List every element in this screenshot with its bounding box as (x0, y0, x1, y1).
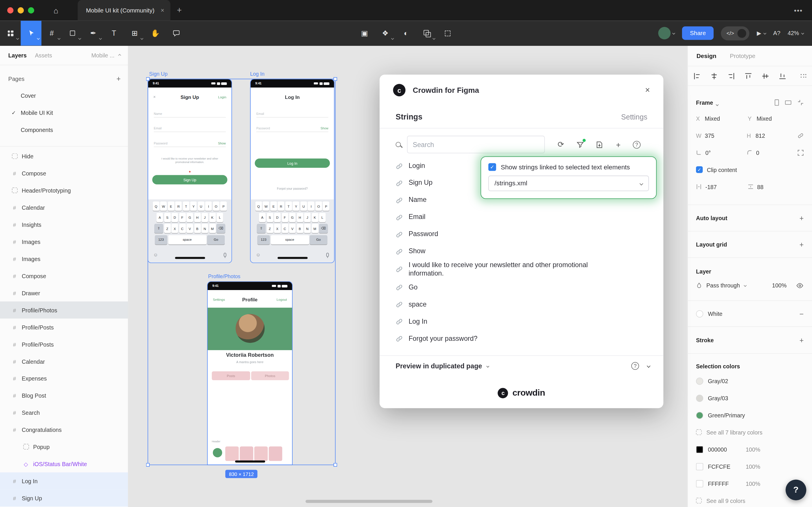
clip-content-row[interactable]: Clip content (696, 161, 804, 178)
help-fab-button[interactable]: ? (786, 480, 806, 500)
align-h-center-icon[interactable] (710, 72, 718, 80)
share-button[interactable]: Share (682, 26, 713, 40)
linked-strings-checkbox[interactable] (488, 163, 496, 171)
tab-assets[interactable]: Assets (35, 52, 52, 58)
use-as-mask-icon[interactable]: ◐ (396, 20, 416, 46)
new-tab-button[interactable]: + (171, 6, 188, 15)
fill-style-name[interactable]: White (708, 311, 722, 317)
resources-tool-button[interactable]: ⊞ (124, 20, 145, 46)
layer-row[interactable]: Images (0, 250, 128, 267)
home-icon[interactable]: ⌂ (47, 3, 65, 18)
add-stroke-button[interactable]: + (800, 336, 804, 344)
preview-label[interactable]: Preview in duplicated page (396, 362, 482, 370)
layer-row[interactable]: Calendar (0, 353, 128, 370)
layer-row[interactable]: Drawer (0, 284, 128, 301)
signup-frame[interactable]: 9:41 Sign Up × Login Name Email Password… (148, 78, 232, 263)
layer-row[interactable]: Insights (0, 216, 128, 233)
move-tool-button[interactable] (20, 20, 41, 46)
add-layout-grid-button[interactable]: + (800, 240, 804, 249)
blend-mode-select[interactable]: Pass through (706, 282, 740, 288)
width-field[interactable]: W375 (696, 132, 747, 138)
layer-row[interactable]: iOS/Status Bar/White (0, 455, 128, 472)
layer-row[interactable]: Popup (0, 438, 128, 455)
close-tab-icon[interactable]: × (161, 7, 164, 14)
rotation-field[interactable]: 0° (696, 149, 747, 156)
selection-handle[interactable] (146, 463, 150, 467)
layer-row[interactable]: Expenses (0, 370, 128, 387)
shrink-icon[interactable] (798, 100, 804, 106)
layer-opacity-field[interactable]: 100% (772, 282, 787, 288)
library-color-row[interactable]: Green/Primary (696, 407, 804, 424)
color-swatch[interactable] (696, 377, 703, 385)
help-icon[interactable]: ? (633, 141, 641, 149)
present-button[interactable]: ▶ (757, 30, 766, 37)
dev-mode-toggle[interactable]: </> (721, 26, 750, 40)
string-item[interactable]: Show (396, 243, 643, 260)
string-item[interactable]: Log In (396, 313, 643, 330)
filter-icon[interactable] (575, 140, 585, 149)
string-item[interactable]: Password (396, 226, 643, 243)
outline-stroke-icon[interactable] (437, 20, 458, 46)
frame-label-signup[interactable]: Sign Up (149, 71, 168, 77)
file-select[interactable]: /strings.xml (488, 175, 649, 191)
layer-row[interactable]: Blog Post (0, 387, 128, 404)
layer-row[interactable]: Congratulations (0, 421, 128, 438)
layer-row[interactable]: Compose (0, 267, 128, 284)
hex-color-row[interactable]: FCFCFE 100% (696, 458, 804, 475)
tab-settings[interactable]: Settings (621, 113, 647, 121)
add-string-icon[interactable]: + (614, 140, 623, 149)
close-plugin-icon[interactable]: × (645, 86, 650, 95)
missing-fonts-indicator[interactable]: A? (773, 30, 780, 36)
window-more-icon[interactable]: ••• (785, 6, 812, 14)
landscape-icon[interactable] (785, 100, 791, 104)
main-menu-icon[interactable] (0, 20, 20, 46)
see-library-colors-row[interactable]: See all 7 library colors (696, 424, 804, 441)
frame-label-login[interactable]: Log In (250, 71, 265, 77)
export-icon[interactable] (594, 140, 604, 149)
library-color-row[interactable]: Gray/02 (696, 373, 804, 390)
edit-object-icon[interactable]: ▣ (354, 20, 375, 46)
maximize-window-button[interactable] (28, 7, 34, 13)
add-auto-layout-button[interactable]: + (800, 214, 804, 222)
constrain-proportions-icon[interactable] (798, 132, 804, 138)
shape-tool-button[interactable] (62, 20, 83, 46)
comment-tool-button[interactable] (166, 20, 186, 46)
page-item[interactable]: Components (0, 121, 128, 138)
color-swatch[interactable] (696, 446, 703, 453)
page-item[interactable]: Mobile UI Kit (0, 104, 128, 121)
color-swatch[interactable] (696, 411, 703, 419)
tab-strings[interactable]: Strings (396, 112, 422, 121)
string-item[interactable]: Email (396, 209, 643, 226)
color-swatch[interactable] (696, 463, 703, 470)
account-menu[interactable] (658, 27, 675, 40)
layer-row[interactable]: Profile/Photos (0, 301, 128, 319)
preview-help-icon[interactable]: ? (631, 362, 639, 370)
remove-fill-button[interactable]: − (800, 309, 804, 318)
file-tab[interactable]: Mobile UI kit (Community) × (78, 0, 171, 20)
frame-label-profile[interactable]: Profile/Photos (208, 274, 240, 279)
frame-section-header[interactable]: Frame (696, 100, 713, 106)
offset-y-field[interactable]: 88 (748, 184, 800, 190)
layer-row[interactable]: Profile/Posts (0, 319, 128, 336)
page-item[interactable]: Cover (0, 87, 128, 104)
expand-preview-icon[interactable] (647, 364, 650, 368)
fill-swatch[interactable] (696, 310, 703, 317)
align-left-icon[interactable] (693, 72, 701, 80)
layer-row[interactable]: Compose (0, 165, 128, 182)
selection-handle[interactable] (334, 463, 337, 467)
library-color-row[interactable]: Gray/03 (696, 390, 804, 407)
layer-row[interactable]: Log In (0, 472, 128, 490)
create-component-icon[interactable]: ❖ (375, 20, 396, 46)
login-frame[interactable]: 9:41 Log In Email PasswordShow Log In Fo… (250, 78, 334, 263)
string-item[interactable]: Forgot your password? (396, 330, 643, 347)
layer-row[interactable]: Profile/Posts (0, 336, 128, 353)
layer-row[interactable]: Hide (0, 148, 128, 165)
color-swatch[interactable] (696, 394, 703, 402)
page-name-tab[interactable]: Mobile ... (91, 52, 121, 58)
tab-layers[interactable]: Layers (8, 52, 27, 58)
hex-color-row[interactable]: 000000 100% (696, 441, 804, 458)
align-bottom-icon[interactable] (778, 72, 787, 80)
visibility-eye-icon[interactable] (796, 282, 804, 289)
string-item[interactable]: space (396, 296, 643, 313)
zoom-menu[interactable]: 42% (788, 30, 804, 36)
